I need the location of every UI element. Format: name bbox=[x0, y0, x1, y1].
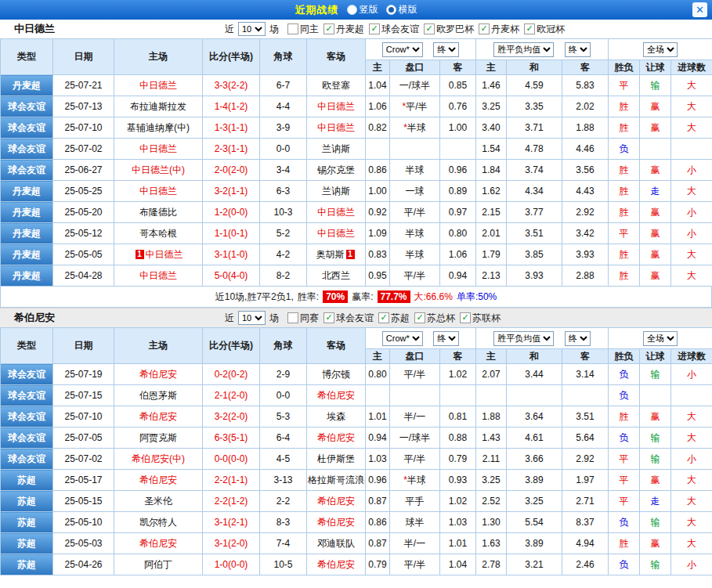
cell-avg-win: 2.07 bbox=[476, 364, 507, 385]
filter-checkbox[interactable]: 同赛 bbox=[287, 312, 319, 325]
odds-company-select[interactable]: Crow* bbox=[382, 42, 423, 57]
cell-league-type: 球会友谊 bbox=[1, 96, 53, 117]
checkbox-unchecked-icon[interactable] bbox=[287, 312, 298, 323]
filter-checkbox[interactable]: ✓苏联杯 bbox=[460, 312, 501, 325]
summary-record: 近10场,胜7平2负1, bbox=[215, 290, 294, 304]
filter-checkbox[interactable]: ✓球会友谊 bbox=[323, 312, 374, 325]
cell-corners: 5-2 bbox=[260, 223, 307, 244]
match-count-select[interactable]: 10 bbox=[238, 22, 266, 36]
avg-type-select[interactable]: 胜平负均值 bbox=[493, 42, 554, 57]
cell-corners: 5-3 bbox=[260, 406, 307, 427]
cell-avg-lose bbox=[562, 385, 609, 406]
checkbox-label: 苏联杯 bbox=[472, 312, 501, 325]
col-score: 比分(半场) bbox=[203, 328, 260, 364]
match-count-select[interactable]: 10 bbox=[238, 311, 266, 325]
avg-type-select[interactable]: 胜平负均值 bbox=[493, 331, 554, 346]
cell-handicap: 平/半 bbox=[390, 449, 440, 470]
checkbox-unchecked-icon[interactable] bbox=[287, 23, 298, 34]
cell-goals: 小 bbox=[671, 364, 712, 385]
cell-league-type: 苏超 bbox=[1, 491, 53, 512]
cell-odds-home: 0.86 bbox=[366, 160, 390, 181]
filter-checkbox[interactable]: ✓苏总杯 bbox=[414, 312, 455, 325]
cell-date: 25-05-25 bbox=[53, 181, 114, 202]
checkbox-checked-icon[interactable]: ✓ bbox=[323, 312, 334, 323]
cell-avg-draw: 3.74 bbox=[507, 160, 562, 181]
cell-avg-win: 2.01 bbox=[476, 223, 507, 244]
checkbox-checked-icon[interactable]: ✓ bbox=[479, 23, 490, 34]
cell-avg-lose: 3.93 bbox=[562, 244, 609, 265]
filter-checkbox[interactable]: 同主 bbox=[287, 23, 319, 36]
cell-league-type: 球会友谊 bbox=[1, 449, 53, 470]
cell-goals: 大 bbox=[671, 491, 712, 512]
near-label: 近 bbox=[225, 23, 234, 36]
cell-result: 胜 bbox=[609, 533, 640, 554]
filter-checkbox[interactable]: ✓球会友谊 bbox=[369, 23, 419, 36]
filter-checkbox[interactable]: ✓欧罗巴杯 bbox=[424, 23, 474, 36]
cell-corners: 0-0 bbox=[260, 385, 307, 406]
odds-source-header: Crow* 终 bbox=[366, 328, 476, 349]
cell-date: 25-07-15 bbox=[53, 385, 114, 406]
layout-radio[interactable]: 竖版 bbox=[347, 3, 378, 16]
cell-odds-home: 0.87 bbox=[366, 533, 390, 554]
cell-date: 25-07-02 bbox=[53, 139, 114, 160]
cell-avg-draw: 3.44 bbox=[507, 364, 562, 385]
cell-league-type: 球会友谊 bbox=[1, 364, 53, 385]
checkbox-checked-icon[interactable]: ✓ bbox=[323, 23, 334, 34]
cell-goals: 大 bbox=[671, 427, 712, 449]
cell-result: 负 bbox=[609, 385, 640, 406]
cell-odds-home: 1.00 bbox=[366, 181, 390, 202]
odds-stage-select[interactable]: 终 bbox=[433, 42, 459, 57]
cell-handicap: 平/半 bbox=[390, 554, 440, 575]
checkbox-checked-icon[interactable]: ✓ bbox=[378, 312, 389, 323]
cell-avg-lose: 5.83 bbox=[562, 75, 609, 96]
subcol-result: 胜负 bbox=[609, 60, 640, 75]
cell-odds-away: 1.03 bbox=[440, 512, 476, 533]
close-icon[interactable]: ✕ bbox=[692, 2, 707, 17]
cell-handicap-result: 赢 bbox=[640, 244, 671, 265]
checkbox-checked-icon[interactable]: ✓ bbox=[524, 23, 535, 34]
cell-odds-away: 0.94 bbox=[440, 265, 476, 287]
avg-stage-select[interactable]: 终 bbox=[565, 42, 591, 57]
section-header: 中日德兰 近 10 场 同主✓丹麦超✓球会友谊✓欧罗巴杯✓丹麦杯✓欧冠杯 bbox=[0, 20, 712, 38]
cell-avg-draw: 3.51 bbox=[507, 223, 562, 244]
filter-checkbox[interactable]: ✓丹麦杯 bbox=[479, 23, 519, 36]
cell-home-team: 中日德兰(中) bbox=[114, 160, 203, 181]
odds-stage-select[interactable]: 终 bbox=[433, 331, 459, 346]
titlebar-center: 近期战绩 竖版 横版 bbox=[295, 3, 417, 17]
filter-checkbox[interactable]: ✓苏超 bbox=[378, 312, 410, 325]
checkbox-checked-icon[interactable]: ✓ bbox=[460, 312, 471, 323]
avg-stage-select[interactable]: 终 bbox=[565, 331, 591, 346]
checkbox-checked-icon[interactable]: ✓ bbox=[424, 23, 435, 34]
col-home: 主场 bbox=[114, 328, 203, 364]
cell-result: 平 bbox=[609, 223, 640, 244]
cell-avg-lose: 1.88 bbox=[562, 117, 609, 139]
cell-odds-away: 0.88 bbox=[440, 427, 476, 449]
cell-league-type: 丹麦超 bbox=[1, 202, 53, 223]
cell-away-team: 兰讷斯 bbox=[307, 139, 366, 160]
cell-odds-home: 0.80 bbox=[366, 364, 390, 385]
cell-goals: 小 bbox=[671, 223, 712, 244]
cell-goals bbox=[671, 139, 712, 160]
filter-checkbox[interactable]: ✓欧冠杯 bbox=[524, 23, 565, 36]
cell-home-team: 哥本哈根 bbox=[114, 223, 203, 244]
cell-home-team: 凯尔特人 bbox=[114, 512, 203, 533]
red-card-icon: 1 bbox=[346, 250, 355, 259]
cell-avg-lose: 2.02 bbox=[562, 96, 609, 117]
cell-home-team: 伯恩茅斯 bbox=[114, 385, 203, 406]
cell-home-team: 中日德兰 bbox=[114, 139, 203, 160]
cell-league-type: 丹麦超 bbox=[1, 223, 53, 244]
cell-home-team: 圣米伦 bbox=[114, 491, 203, 512]
checkbox-checked-icon[interactable]: ✓ bbox=[414, 312, 425, 323]
cell-score: 2-2(1-1) bbox=[203, 470, 260, 491]
scope-select[interactable]: 全场 bbox=[643, 331, 678, 346]
cell-handicap-result: 赢 bbox=[640, 202, 671, 223]
checkbox-checked-icon[interactable]: ✓ bbox=[369, 23, 380, 34]
odds-company-select[interactable]: Crow* bbox=[382, 331, 423, 346]
cell-date: 25-07-13 bbox=[53, 96, 114, 117]
scope-select[interactable]: 全场 bbox=[643, 42, 678, 57]
filter-checkbox[interactable]: ✓丹麦超 bbox=[323, 23, 364, 36]
subcol-odds-away: 客 bbox=[440, 60, 476, 75]
layout-radio[interactable]: 横版 bbox=[386, 3, 417, 16]
cell-odds-home: 1.01 bbox=[366, 406, 390, 427]
summary-handicap-rate-label: 赢率: bbox=[352, 290, 373, 304]
